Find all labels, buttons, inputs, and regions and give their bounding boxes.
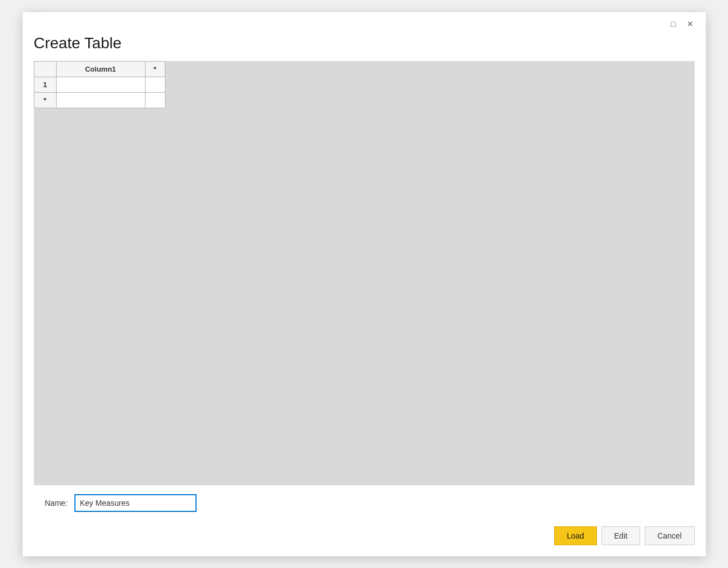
create-table-dialog: □ ✕ Create Table Column1 * 1 — [23, 12, 706, 556]
row-1-header: 1 — [34, 77, 56, 92]
table-area: Column1 * 1 * — [34, 61, 695, 485]
cancel-button[interactable]: Cancel — [645, 526, 695, 545]
minimize-button[interactable]: □ — [667, 19, 679, 29]
load-button[interactable]: Load — [554, 526, 597, 545]
row-star-col1-cell[interactable] — [56, 92, 145, 108]
row-1-col1-cell[interactable] — [56, 77, 145, 92]
row-1-star-cell[interactable] — [145, 77, 165, 92]
dialog-body: Column1 * 1 * — [23, 61, 706, 521]
close-button[interactable]: ✕ — [684, 19, 697, 29]
star-column-header[interactable]: * — [145, 61, 165, 77]
row-star-header: * — [34, 92, 56, 108]
name-row: Name: — [34, 485, 695, 521]
row-star-star-cell[interactable] — [145, 92, 165, 108]
data-table: Column1 * 1 * — [34, 61, 165, 108]
title-bar-buttons: □ ✕ — [667, 19, 696, 29]
column1-header[interactable]: Column1 — [56, 61, 145, 77]
dialog-title: Create Table — [23, 29, 706, 61]
row-header-blank — [34, 61, 56, 77]
name-label: Name: — [45, 499, 68, 507]
edit-button[interactable]: Edit — [601, 526, 640, 545]
dialog-footer: Load Edit Cancel — [23, 521, 706, 556]
table-row: * — [34, 92, 165, 108]
name-input[interactable] — [74, 494, 197, 512]
table-row: 1 — [34, 77, 165, 92]
title-bar: □ ✕ — [23, 12, 706, 29]
